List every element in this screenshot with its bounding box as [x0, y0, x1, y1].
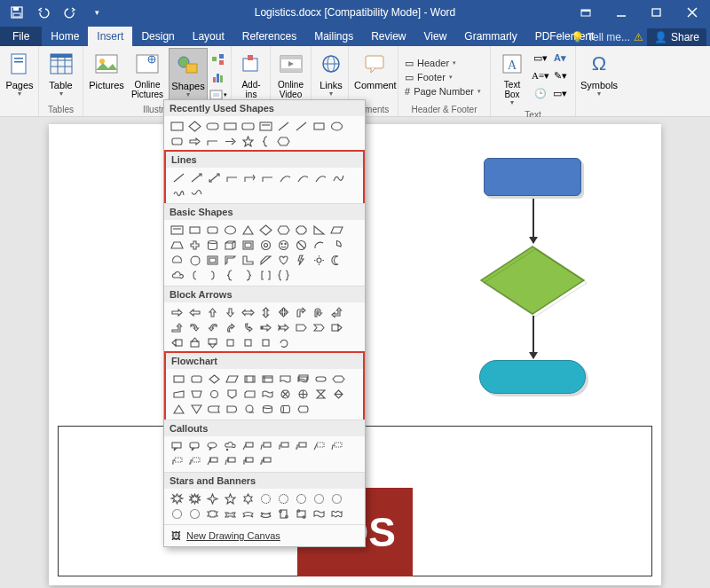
close-button[interactable] [674, 0, 710, 25]
ba-callout-ud[interactable] [241, 336, 256, 349]
fc-multidoc[interactable] [296, 372, 311, 386]
shape-line[interactable] [276, 120, 291, 133]
smartart-icon[interactable] [209, 51, 227, 67]
line-freeform[interactable] [331, 171, 346, 184]
bs-parallelogram[interactable] [329, 223, 344, 237]
bs-diagstripe[interactable] [258, 254, 273, 267]
st-ribbon-curve-u[interactable] [241, 507, 256, 521]
share-button[interactable]: 👤Share [647, 28, 706, 46]
ba-callout-d[interactable] [205, 336, 220, 349]
fc-offpage[interactable] [225, 388, 240, 401]
line-scribble[interactable] [171, 186, 186, 200]
bs-cloud[interactable] [170, 269, 185, 282]
st-16point[interactable] [329, 492, 344, 506]
table-button[interactable]: Table▾ [43, 48, 79, 100]
comment-button[interactable]: Comment [352, 48, 398, 92]
fc-or[interactable] [296, 388, 311, 401]
fc-predef[interactable] [242, 372, 257, 386]
bs-teardrop[interactable] [187, 254, 202, 267]
ba-uturn[interactable] [312, 306, 327, 319]
ba-quad[interactable] [276, 306, 291, 319]
undo-icon[interactable] [32, 3, 55, 22]
bs-textbox[interactable] [170, 223, 185, 237]
bs-hexagon[interactable] [276, 223, 291, 237]
date-time-icon[interactable]: 🕒 [532, 85, 549, 101]
co-line4[interactable] [294, 440, 309, 453]
co-border3[interactable] [241, 455, 256, 468]
ba-callout-u[interactable] [187, 336, 202, 349]
header-button[interactable]: ▭Header▾ [402, 57, 459, 70]
bs-rtriangle[interactable] [312, 223, 327, 237]
shapes-button[interactable]: Shapes▾ [169, 48, 208, 102]
bs-plus[interactable] [187, 239, 202, 252]
bs-chord[interactable] [170, 254, 185, 267]
st-10point[interactable] [294, 492, 309, 506]
st-explosion2[interactable] [187, 492, 202, 506]
chart-icon[interactable] [209, 69, 227, 85]
flowchart-arrow-1[interactable] [532, 199, 534, 243]
minimize-button[interactable] [604, 0, 639, 25]
co-accent2[interactable] [329, 440, 344, 453]
tab-home[interactable]: Home [42, 27, 88, 46]
st-doublewave[interactable] [329, 507, 344, 521]
ba-updown[interactable] [258, 306, 273, 319]
symbols-button[interactable]: Ω Symbols▾ [580, 48, 619, 100]
st-wave[interactable] [312, 507, 327, 521]
bs-braces[interactable] [276, 269, 291, 282]
ba-striped[interactable] [258, 321, 273, 334]
fc-collate[interactable] [313, 388, 328, 401]
st-7point[interactable] [258, 492, 273, 506]
tab-view[interactable]: View [415, 27, 456, 46]
line-curve-arrow[interactable] [296, 171, 311, 184]
fc-delay[interactable] [225, 403, 240, 416]
fc-display[interactable] [296, 403, 311, 416]
page-number-button[interactable]: #Page Number▾ [402, 85, 484, 98]
fc-sort[interactable] [331, 388, 346, 401]
ba-callout-quad[interactable] [258, 336, 273, 349]
ba-chevron[interactable] [312, 321, 327, 334]
ribbon-options-icon[interactable] [568, 0, 604, 25]
bs-brace-r[interactable] [241, 269, 256, 282]
bs-brace-l[interactable] [223, 269, 238, 282]
bs-lshape[interactable] [241, 254, 256, 267]
line-curve[interactable] [278, 171, 293, 184]
bs-sun[interactable] [312, 254, 327, 267]
ba-curved-u[interactable] [223, 321, 238, 334]
bs-arc[interactable] [312, 239, 327, 252]
fc-process[interactable] [171, 372, 186, 386]
bs-can[interactable] [205, 239, 220, 252]
ba-callout-lr[interactable] [223, 336, 238, 349]
fc-internal[interactable] [260, 372, 275, 386]
co-cloud[interactable] [223, 440, 238, 453]
line-scribble2[interactable] [189, 186, 204, 200]
bs-bracket-l[interactable] [187, 269, 202, 282]
ba-curved-l[interactable] [205, 321, 220, 334]
co-border2[interactable] [223, 455, 238, 468]
shape-brace-l[interactable] [258, 135, 273, 148]
shape-rect[interactable] [170, 120, 185, 133]
fc-card[interactable] [242, 388, 257, 401]
shape-roundrect[interactable] [205, 120, 220, 133]
bs-triangle[interactable] [241, 223, 256, 237]
co-accent4[interactable] [187, 455, 202, 468]
fc-sumjunc[interactable] [278, 388, 293, 401]
tab-mailings[interactable]: Mailings [305, 27, 362, 46]
bs-lightning[interactable] [294, 254, 309, 267]
redo-icon[interactable] [59, 3, 82, 22]
footer-button[interactable]: ▭Footer▾ [402, 71, 455, 84]
shape-star[interactable] [241, 135, 256, 148]
shape-roundrect3[interactable] [170, 135, 185, 148]
st-4point[interactable] [205, 492, 220, 506]
co-oval[interactable] [205, 440, 220, 453]
fc-tape[interactable] [260, 388, 275, 401]
shape-elbow[interactable] [205, 135, 220, 148]
quick-parts-icon[interactable]: ▭▾ [532, 50, 549, 66]
shape-oval[interactable] [329, 120, 344, 133]
bs-trapezoid[interactable] [170, 239, 185, 252]
fc-preparation[interactable] [331, 372, 346, 386]
co-accent3[interactable] [170, 455, 185, 468]
st-scroll-h[interactable] [294, 507, 309, 521]
co-line3[interactable] [276, 440, 291, 453]
st-12point[interactable] [312, 492, 327, 506]
fc-extract[interactable] [171, 403, 186, 416]
